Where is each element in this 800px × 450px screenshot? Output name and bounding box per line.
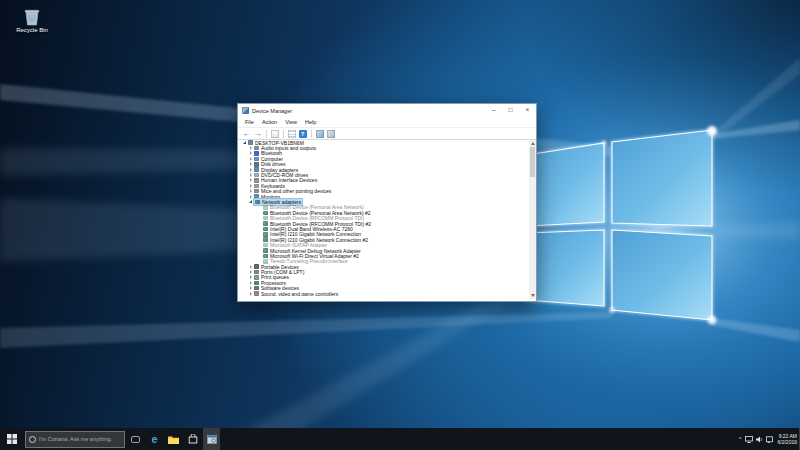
forward-icon[interactable]: → [254, 128, 262, 139]
menu-help[interactable]: Help [301, 119, 320, 125]
recycle-bin[interactable]: Recycle Bin [10, 8, 54, 33]
processor-icon [254, 281, 259, 286]
network-adapter-icon [263, 221, 268, 226]
windows-start-icon [7, 434, 17, 444]
network-adapter-icon [263, 254, 268, 259]
network-adapter-icon [263, 259, 268, 264]
minimize-button[interactable]: – [485, 104, 502, 117]
cortana-icon [29, 436, 36, 443]
vertical-scrollbar[interactable] [529, 140, 536, 299]
window-title: Device Manager [252, 108, 485, 114]
expand-chevron-icon[interactable] [248, 275, 253, 280]
expand-chevron-icon[interactable] [248, 286, 253, 291]
tree-item-network-child[interactable]: Teredo Tunneling Pseudo-Interface [238, 259, 528, 264]
expand-chevron-icon[interactable] [248, 291, 253, 296]
cortana-search-box[interactable] [25, 431, 125, 448]
sound-controller-icon [254, 291, 259, 296]
expand-chevron-icon[interactable] [248, 280, 253, 285]
recycle-bin-icon [24, 8, 40, 26]
keyboard-icon [254, 184, 259, 189]
action-center-icon[interactable] [766, 436, 773, 443]
expand-chevron-icon[interactable] [248, 189, 253, 194]
menu-file[interactable]: File [241, 119, 258, 125]
audio-devices-icon [254, 146, 259, 151]
expand-chevron-icon[interactable] [248, 167, 253, 172]
network-adapter-icon [263, 227, 268, 232]
computer-icon [248, 140, 253, 145]
expand-chevron-icon[interactable] [248, 146, 253, 151]
scan-for-hardware-changes-icon[interactable] [316, 130, 324, 138]
network-adapter-icon [263, 216, 268, 221]
network-adapter-icon [263, 237, 268, 242]
expand-chevron-icon[interactable] [248, 162, 253, 167]
device-manager-window: Device Manager – □ × File Action View He… [237, 103, 537, 302]
expand-chevron-icon[interactable] [248, 151, 253, 156]
software-device-icon [254, 286, 259, 291]
tree-item-network-child[interactable]: Bluetooth Device (Personal Area Network) [238, 205, 528, 210]
hidden-icons-chevron[interactable]: ^ [739, 436, 742, 442]
collapse-chevron-icon[interactable] [242, 140, 247, 145]
computer-category-icon [254, 157, 259, 162]
printer-icon [254, 275, 259, 280]
back-icon[interactable]: ← [243, 128, 251, 139]
tree-item-sound-controllers[interactable]: Sound, video and game controllers [238, 291, 528, 296]
network-adapter-icon [263, 205, 268, 210]
file-explorer-button[interactable] [165, 428, 182, 450]
title-bar[interactable]: Device Manager – □ × [238, 104, 536, 117]
expand-chevron-icon[interactable] [248, 183, 253, 188]
edge-icon: e [151, 434, 157, 445]
toolbar-separator [283, 130, 284, 138]
expand-chevron-icon[interactable] [248, 264, 253, 269]
expand-chevron-icon[interactable] [248, 156, 253, 161]
help-icon[interactable]: ? [299, 130, 307, 138]
maximize-button[interactable]: □ [502, 104, 519, 117]
file-explorer-icon [168, 435, 179, 444]
scroll-up-icon[interactable] [531, 142, 535, 145]
store-icon [188, 434, 198, 444]
taskbar: e ^ [0, 428, 800, 450]
tree-item-network-child[interactable]: Microsoft ISATAP Adapter [238, 242, 528, 247]
menu-bar: File Action View Help [238, 117, 536, 127]
device-manager-taskbar-button[interactable] [203, 428, 220, 450]
task-view-button[interactable] [127, 428, 144, 450]
desktop: Recycle Bin Device Manager – □ × File Ac… [0, 0, 800, 450]
update-driver-software-icon[interactable] [327, 130, 335, 138]
toolbar-separator [311, 130, 312, 138]
network-adapter-icon [263, 243, 268, 248]
show-console-tree-icon[interactable] [271, 130, 279, 138]
device-manager-icon [207, 435, 217, 444]
search-input[interactable] [39, 432, 123, 447]
close-button[interactable]: × [519, 104, 536, 117]
expand-chevron-icon[interactable] [248, 173, 253, 178]
taskbar-clock[interactable]: 9:22 AM 6/2/2016 [778, 433, 797, 445]
toolbar: ← → ? [238, 127, 536, 140]
scrollbar-thumb[interactable] [530, 147, 535, 177]
task-view-icon [131, 436, 140, 443]
scroll-down-icon[interactable] [531, 294, 535, 297]
menu-action[interactable]: Action [258, 119, 281, 125]
network-tray-icon[interactable] [745, 436, 753, 443]
disk-drive-icon [254, 162, 259, 167]
network-adapter-icon [263, 211, 268, 216]
bluetooth-icon [254, 151, 259, 156]
display-adapter-icon [254, 167, 259, 172]
properties-icon[interactable] [288, 130, 296, 138]
store-button[interactable] [184, 428, 201, 450]
tree-item-network-child[interactable]: Bluetooth Device (RFCOMM Protocol TDI) [238, 215, 528, 220]
volume-tray-icon[interactable] [756, 436, 763, 443]
network-adapter-icon [263, 232, 268, 237]
edge-button[interactable]: e [146, 428, 163, 450]
menu-view[interactable]: View [281, 119, 301, 125]
expand-chevron-icon[interactable] [248, 270, 253, 275]
expand-chevron-icon[interactable] [248, 194, 253, 199]
tray-date: 6/2/2016 [778, 439, 797, 445]
ports-icon [254, 270, 259, 275]
network-adapters-icon [255, 200, 260, 205]
portable-device-icon [254, 264, 259, 269]
expand-chevron-icon[interactable] [248, 178, 253, 183]
system-tray: ^ 9:22 AM 6/2/2016 [739, 428, 797, 450]
device-tree: DESKTOP-VB1BN6M Audio inputs and outputs… [238, 140, 528, 296]
toolbar-separator [266, 130, 267, 138]
network-adapter-icon [263, 248, 268, 253]
start-button[interactable] [0, 428, 24, 450]
